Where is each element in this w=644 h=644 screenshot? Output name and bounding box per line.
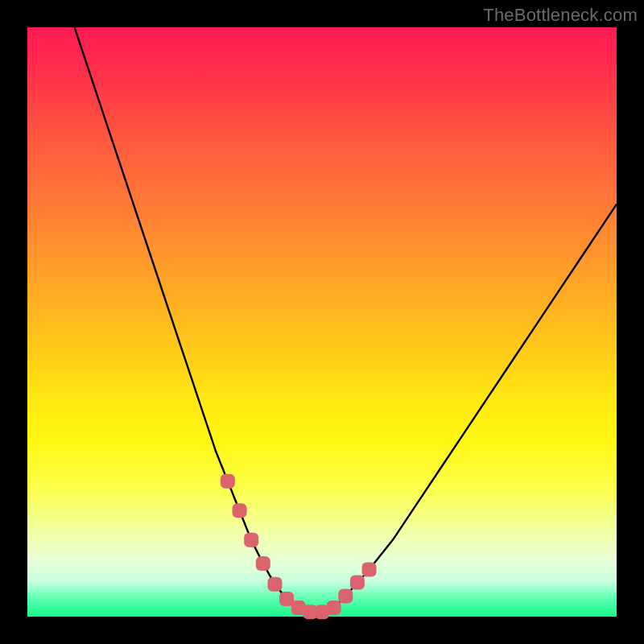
curve-marker	[362, 562, 377, 576]
chart-svg	[27, 27, 617, 617]
bottleneck-curve	[75, 27, 617, 612]
chart-frame: TheBottleneck.com	[0, 0, 644, 644]
curve-marker	[350, 576, 365, 590]
curve-marker	[233, 503, 247, 518]
curve-marker	[338, 588, 353, 603]
curve-marker	[267, 577, 282, 592]
curve-marker	[256, 556, 270, 571]
curve-marker	[244, 533, 258, 547]
chart-plot-area	[27, 27, 617, 617]
watermark-text: TheBottleneck.com	[483, 5, 638, 26]
curve-markers	[221, 474, 377, 620]
curve-marker	[327, 601, 341, 615]
curve-marker	[221, 474, 235, 489]
